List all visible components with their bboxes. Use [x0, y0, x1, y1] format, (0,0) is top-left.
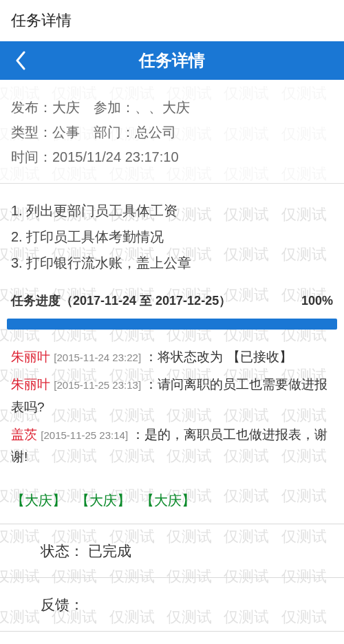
publish-label: 发布： — [11, 95, 52, 120]
status-value: 已完成 — [88, 541, 131, 561]
comment-author: 盖茨 — [11, 427, 37, 442]
comment-item: 朱丽叶 [2015-11-25 23:13] ：请问离职的员工也需要做进报表吗? — [11, 374, 333, 418]
comment-item: 盖茨 [2015-11-25 23:14] ：是的，离职员工也做进报表，谢谢! — [11, 424, 333, 469]
attachment-section: 附件： — [0, 631, 344, 644]
status-section: 状态： 已完成 — [0, 524, 344, 577]
type-value: 公事 — [52, 120, 80, 144]
status-label: 状态： — [11, 541, 88, 561]
progress-percent: 100% — [301, 294, 333, 308]
comment-text: ：将状态改为 【已接收】 — [144, 350, 292, 364]
back-button[interactable] — [7, 47, 34, 74]
topbar-title: 任务详情 — [11, 10, 72, 31]
navbar: 任务详情 — [0, 41, 344, 80]
feedback-section[interactable]: 反馈： — [0, 577, 344, 631]
task-item: 1. 列出更部门员工具体工资 — [11, 197, 333, 224]
progress-row: 任务进度（2017-11-24 至 2017-12-25） 100% — [0, 292, 344, 316]
comments-block: 朱丽叶 [2015-11-24 23:22] ：将状态改为 【已接收】 朱丽叶 … — [0, 343, 344, 486]
type-label: 类型： — [11, 120, 52, 144]
tag-item[interactable]: 【大庆】 — [140, 491, 195, 510]
time-label: 时间： — [11, 144, 52, 169]
system-topbar: 任务详情 — [0, 0, 344, 41]
progress-bar — [7, 319, 337, 330]
dept-label: 部门： — [94, 120, 135, 144]
task-item: 3. 打印银行流水账，盖上公章 — [11, 250, 333, 276]
comment-author: 朱丽叶 — [11, 350, 50, 364]
feedback-label: 反馈： — [11, 595, 88, 614]
progress-label: 任务进度（2017-11-24 至 2017-12-25） — [11, 292, 231, 309]
dept-value: 总公司 — [135, 120, 176, 144]
join-value: 、、大庆 — [135, 95, 190, 120]
chevron-left-icon — [14, 51, 27, 70]
publish-value: 大庆 — [52, 95, 80, 120]
time-value: 2015/11/24 23:17:10 — [52, 144, 179, 169]
task-list: 1. 列出更部门员工具体工资 2. 打印员工具体考勤情况 3. 打印银行流水账，… — [0, 184, 344, 292]
tags-row: 【大庆】 【大庆】 【大庆】 — [0, 486, 344, 524]
comment-time: [2015-11-25 23:14] — [41, 429, 128, 441]
task-item: 2. 打印员工具体考勤情况 — [11, 224, 333, 250]
comment-author: 朱丽叶 — [11, 377, 50, 391]
comment-item: 朱丽叶 [2015-11-24 23:22] ：将状态改为 【已接收】 — [11, 346, 333, 368]
tag-item[interactable]: 【大庆】 — [76, 491, 131, 510]
join-label: 参加： — [94, 95, 135, 120]
comment-time: [2015-11-25 23:13] — [54, 379, 141, 391]
tag-item[interactable]: 【大庆】 — [11, 491, 66, 510]
meta-block: 发布： 大庆 参加： 、、大庆 类型： 公事 部门： 总公司 时间： 2015/… — [0, 80, 344, 183]
page-title: 任务详情 — [0, 50, 344, 72]
comment-time: [2015-11-24 23:22] — [54, 352, 141, 363]
